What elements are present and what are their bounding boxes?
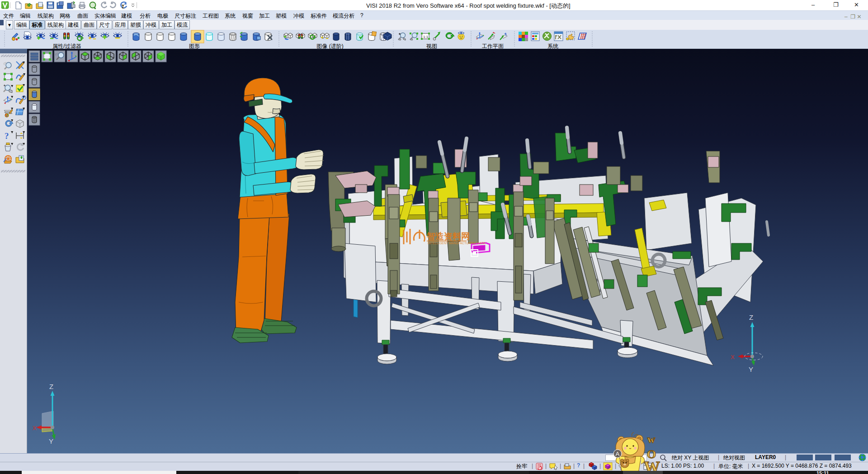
svg-text:1:1: 1:1 (423, 35, 429, 39)
svg-text:w: w (647, 433, 656, 445)
svg-text:A: A (616, 450, 620, 457)
svg-text:Z: Z (749, 313, 753, 321)
svg-text:Y: Y (49, 437, 53, 445)
svg-text:INTELLIGENT MANUFACTURING DATA: INTELLIGENT MANUFACTURING DATA (428, 242, 486, 245)
svg-text:Y: Y (749, 365, 753, 373)
svg-text:?: ? (5, 131, 9, 141)
svg-text:X: X (731, 354, 735, 360)
svg-text:智造资料网: 智造资料网 (426, 232, 470, 241)
svg-text:X: X (33, 425, 37, 431)
svg-text:Z: Z (49, 383, 53, 390)
